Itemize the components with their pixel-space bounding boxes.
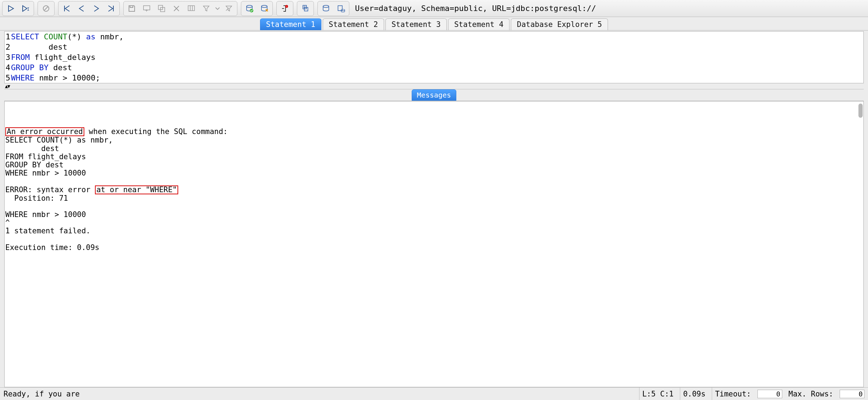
prev-record-button[interactable] [74,2,89,15]
execute-to-cursor-button[interactable]: I [18,2,33,15]
code-text: GROUP BY dest [11,62,72,73]
tab-statement-4[interactable]: Statement 4 [448,18,509,30]
line-number: 4 [5,62,11,73]
exec-time: 0.09s [680,388,708,400]
filter-dropdown-icon [214,2,221,15]
vertical-scrollbar[interactable] [858,104,863,118]
svg-rect-25 [338,6,342,11]
duplicate-row-button [154,2,169,15]
last-record-button[interactable] [104,2,119,15]
first-record-button[interactable] [59,2,74,15]
clear-filter-button [221,2,236,15]
tab-statement-1[interactable]: Statement 1 [260,18,321,30]
code-text: WHERE nmbr > 10000; [11,73,100,83]
svg-line-2 [44,7,48,10]
maxrows-input[interactable] [840,390,864,398]
stop-button [39,2,53,15]
svg-point-15 [247,5,252,7]
code-text: SELECT COUNT(*) as nmbr, [11,32,124,42]
line-number: 5 [5,73,11,83]
svg-text:+: + [145,8,148,13]
add-row-button: + [139,2,154,15]
editor-line: 4GROUP BY dest [5,62,863,73]
tab-statement-2[interactable]: Statement 2 [323,18,384,30]
svg-text:I: I [27,7,29,12]
delete-row-button [169,2,184,15]
svg-point-24 [323,5,329,7]
cursor-position: L:5 C:1 [639,388,677,400]
code-text: FROM flight_delays [11,52,95,62]
svg-point-17 [261,5,267,7]
editor-line: 2 dest [5,42,863,52]
tab-db-explorer-5[interactable]: Database Explorer 5 [511,18,608,30]
code-text: dest [11,42,67,52]
svg-rect-11 [188,6,195,11]
sql-editor[interactable]: 1SELECT COUNT(*) as nmbr,2 dest3FROM fli… [4,31,864,83]
line-number: 3 [5,52,11,62]
rollback-button[interactable] [257,2,272,15]
editor-line: 5WHERE nmbr > 10000; [5,73,863,83]
execute-button[interactable] [3,2,18,15]
tab-statement-3[interactable]: Statement 3 [385,18,447,30]
error-highlight: An error occurred [5,127,84,136]
messages-pane[interactable]: An error occurred when executing the SQL… [4,101,864,387]
select-columns-button [184,2,199,15]
line-number: 1 [5,32,11,42]
status-ready-text: Ready, if you are [4,390,80,398]
main-toolbar: I + ! User=dataguy, Schema=public, URL=j… [0,0,868,17]
new-db-explorer-button[interactable] [333,2,348,15]
panel-tabstrip: Statement 1 Statement 2 Statement 3 Stat… [0,17,868,30]
splitter-handle[interactable]: ▲▼ [4,83,864,89]
append-results-button[interactable] [298,2,313,15]
filter-button [199,2,214,15]
svg-point-26 [341,9,345,11]
line-number: 2 [5,42,11,52]
disconnect-button[interactable]: ! [277,2,292,15]
result-panel-header: Messages [4,89,864,101]
connection-label: User=dataguy, Schema=public, URL=jdbc:po… [355,4,596,13]
editor-line: 3FROM flight_delays [5,52,863,62]
commit-button[interactable] [242,2,257,15]
svg-text:!: ! [286,5,287,8]
save-button [124,2,139,15]
editor-line: 1SELECT COUNT(*) as nmbr, [5,32,863,42]
maxrows-label: Max. Rows: [786,388,836,400]
timeout-label: Timeout: [712,388,754,400]
show-db-explorer-button[interactable] [319,2,333,15]
messages-tab[interactable]: Messages [412,89,456,101]
status-bar: Ready, if you are L:5 C:1 0.09s Timeout:… [0,387,868,400]
next-record-button[interactable] [89,2,104,15]
timeout-input[interactable] [757,390,782,398]
error-highlight: at or near "WHERE" [95,185,179,194]
